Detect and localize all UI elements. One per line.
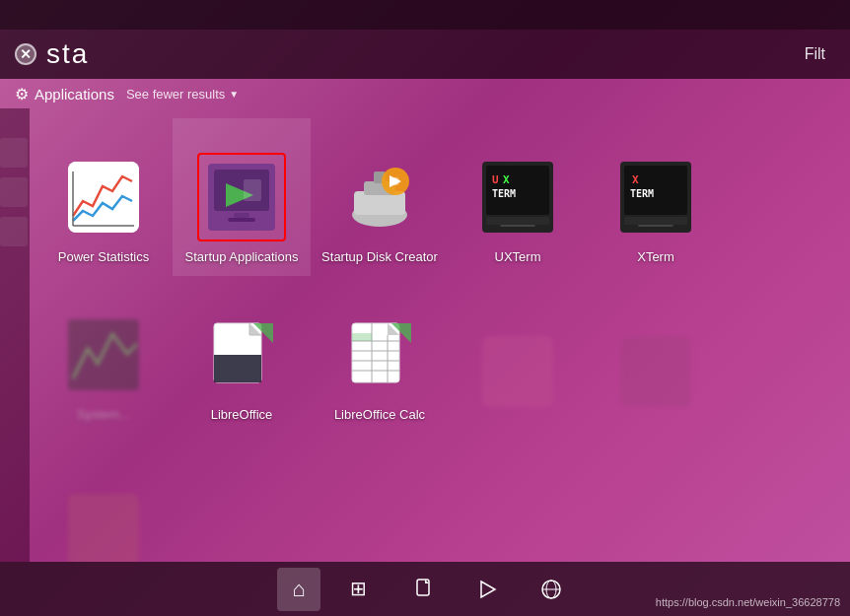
system-monitor-icon-wrapper (59, 310, 148, 399)
libreoffice-calc-icon-wrapper (335, 310, 424, 399)
blurred-app-icon-1 (482, 336, 553, 407)
top-bar (0, 0, 850, 30)
app-grid: Power Statistics Startup (30, 108, 850, 562)
startup-applications-icon-wrapper (197, 153, 286, 241)
startup-applications-icon (206, 162, 277, 233)
fewer-results-arrow: ▼ (229, 89, 239, 100)
taskbar-files-button[interactable] (403, 568, 447, 611)
sidebar-item (0, 177, 28, 207)
taskbar-media-button[interactable] (466, 568, 510, 611)
filter-button[interactable]: Filt (805, 45, 835, 63)
libreoffice-calc-icon (344, 319, 415, 390)
libreoffice-icon (206, 319, 277, 390)
app-item-libreoffice[interactable]: LibreOffice (173, 276, 311, 434)
sidebar-item (0, 138, 28, 168)
svg-rect-0 (68, 162, 139, 233)
app-item-blurred-1[interactable] (449, 276, 587, 434)
power-statistics-icon-wrapper (59, 153, 148, 241)
svg-text:TERM: TERM (492, 188, 516, 199)
app-item-startup-disk-creator[interactable]: Startup Disk Creator (311, 118, 449, 276)
power-statistics-icon (68, 162, 139, 233)
system-monitor-icon (68, 319, 139, 390)
network-icon (540, 579, 562, 600)
section-icon: ⚙ (15, 85, 29, 103)
startup-disk-creator-icon-wrapper (335, 153, 424, 241)
section-header: ⚙ Applications See fewer results ▼ (0, 79, 850, 108)
svg-rect-48 (482, 336, 553, 407)
blurred-icon-1 (473, 327, 562, 416)
libreoffice-calc-label: LibreOffice Calc (334, 407, 425, 424)
libreoffice-icon-wrapper (197, 310, 286, 399)
svg-rect-30 (624, 217, 687, 225)
media-icon (477, 579, 499, 600)
search-bar: ✕ Filt (0, 30, 850, 79)
uxterm-icon: U X TERM (482, 162, 553, 233)
blurred-icon-3 (59, 485, 148, 562)
svg-text:X: X (503, 173, 510, 186)
svg-marker-54 (481, 582, 495, 597)
svg-rect-8 (228, 218, 255, 222)
fewer-results-label: See fewer results (126, 87, 225, 102)
svg-rect-23 (486, 217, 549, 225)
blurred-icon-2 (611, 327, 700, 416)
xterm-icon-wrapper: X TERM (611, 153, 700, 241)
xterm-label: XTerm (637, 249, 674, 266)
section-title: Applications (35, 86, 114, 103)
apps-icon: ⊞ (350, 578, 374, 601)
app-item-blurred-3[interactable] (35, 434, 173, 562)
app-item-libreoffice-calc[interactable]: LibreOffice Calc (311, 276, 449, 434)
app-item-startup-applications[interactable]: Startup Applications (173, 118, 311, 276)
taskbar-network-button[interactable] (530, 568, 573, 611)
system-monitor-label: System... (77, 407, 130, 424)
app-item-power-statistics[interactable]: Power Statistics (35, 118, 173, 276)
blurred-app-icon-3 (68, 494, 139, 562)
svg-rect-49 (620, 336, 691, 407)
uxterm-label: UXTerm (495, 249, 541, 266)
power-statistics-label: Power Statistics (58, 249, 149, 266)
content-area: Power Statistics Startup (0, 108, 850, 562)
fewer-results-button[interactable]: See fewer results ▼ (126, 87, 239, 102)
blurred-app-icon-2 (620, 336, 691, 407)
app-item-uxterm[interactable]: U X TERM UXTerm (449, 118, 587, 276)
xterm-icon: X TERM (620, 162, 691, 233)
startup-applications-label: Startup Applications (185, 249, 299, 266)
svg-rect-50 (68, 494, 139, 562)
uxterm-icon-wrapper: U X TERM (473, 153, 562, 241)
svg-rect-47 (352, 333, 372, 341)
url-bar: https://blog.csdn.net/weixin_36628778 (656, 596, 840, 608)
libreoffice-label: LibreOffice (211, 407, 273, 424)
taskbar-home-button[interactable]: ⌂ (277, 568, 320, 611)
files-icon (414, 579, 436, 600)
startup-disk-creator-icon (344, 162, 415, 233)
sidebar-item (0, 217, 28, 246)
taskbar-apps-button[interactable]: ⊞ (340, 568, 384, 611)
svg-rect-6 (244, 179, 261, 201)
app-item-blurred-2[interactable] (587, 276, 725, 434)
left-sidebar (0, 108, 30, 562)
app-item-xterm[interactable]: X TERM XTerm (587, 118, 725, 276)
search-clear-button[interactable]: ✕ (15, 43, 36, 65)
svg-text:TERM: TERM (630, 188, 654, 199)
svg-point-15 (391, 177, 399, 185)
svg-text:⊞: ⊞ (350, 578, 367, 599)
app-item-system-monitor[interactable]: System... (35, 276, 173, 434)
svg-text:U: U (492, 173, 499, 186)
svg-rect-7 (234, 213, 249, 218)
search-input[interactable] (46, 38, 805, 70)
startup-disk-creator-label: Startup Disk Creator (321, 249, 438, 266)
svg-marker-36 (214, 355, 261, 382)
svg-text:X: X (632, 173, 639, 186)
